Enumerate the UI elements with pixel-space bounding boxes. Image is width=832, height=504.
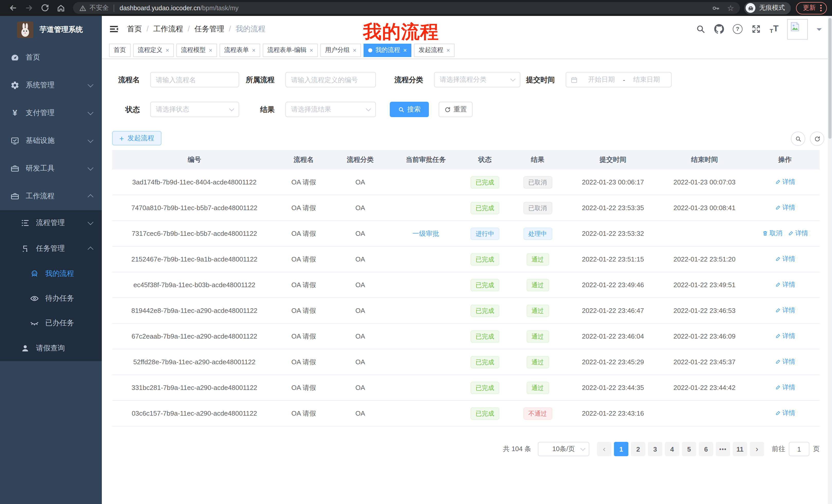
cancel-link[interactable]: 取消 xyxy=(762,229,782,238)
detail-link[interactable]: 详情 xyxy=(775,178,795,187)
tab-start-process[interactable]: 发起流程× xyxy=(414,44,454,57)
scrollbar-thumb[interactable] xyxy=(828,18,831,139)
create-process-button[interactable]: +发起流程 xyxy=(112,131,161,145)
sidebar-item-system[interactable]: 系统管理 xyxy=(0,72,102,99)
sidebar-item-workflow[interactable]: 工作流程 xyxy=(0,183,102,210)
detail-link[interactable]: 详情 xyxy=(775,409,795,418)
more-pages-icon[interactable]: ••• xyxy=(716,442,730,456)
end-date-placeholder[interactable]: 结束日期 xyxy=(626,75,667,84)
security-label[interactable]: 不安全 xyxy=(89,4,109,12)
table-row: ec45f38f-7b9a-11ec-b03b-acde48001122 OA … xyxy=(112,272,820,298)
sidebar: 芋道管理系统 首页 系统管理 ¥ 支付管理 基础设施 研发工具 工作流 xyxy=(0,16,102,504)
close-icon[interactable]: × xyxy=(353,47,356,53)
close-icon[interactable]: × xyxy=(209,47,212,53)
github-icon[interactable] xyxy=(714,24,724,34)
close-icon[interactable]: × xyxy=(252,47,256,53)
font-size-icon[interactable]: TT xyxy=(770,24,779,34)
fullscreen-icon[interactable] xyxy=(751,24,761,34)
reset-button[interactable]: 重置 xyxy=(439,102,473,117)
cell-category: OA xyxy=(331,332,390,340)
next-page-button[interactable]: › xyxy=(750,442,764,456)
date-range-picker[interactable]: 开始日期 - 结束日期 xyxy=(566,72,672,87)
sidebar-item-devtools[interactable]: 研发工具 xyxy=(0,155,102,183)
result-select[interactable]: 请选择流结果 xyxy=(285,102,376,117)
browser-menu-dots-icon[interactable] xyxy=(821,5,822,11)
sidebar-item-payment[interactable]: ¥ 支付管理 xyxy=(0,99,102,127)
tab-user-group[interactable]: 用户分组× xyxy=(320,44,361,57)
sidebar-item-task-mgmt[interactable]: 任务管理 xyxy=(0,236,102,261)
task-link[interactable]: 一级审批 xyxy=(412,229,439,237)
result-badge: 通过 xyxy=(526,356,549,368)
url-host[interactable]: dashboard.yudao.iocoder.cn xyxy=(120,4,200,11)
process-name-input[interactable] xyxy=(150,72,239,87)
sidebar-item-leave-query[interactable]: 请假查询 xyxy=(0,335,102,361)
status-select[interactable]: 请选择状态 xyxy=(150,102,239,117)
category-select[interactable]: 请选择流程分类 xyxy=(434,72,520,87)
close-icon[interactable]: × xyxy=(165,47,169,53)
page-button-1[interactable]: 1 xyxy=(614,442,628,456)
cell-submit-time: 2022-01-22 23:46:47 xyxy=(567,307,659,314)
page-button-3[interactable]: 3 xyxy=(648,442,662,456)
sidebar-item-home[interactable]: 首页 xyxy=(0,44,102,72)
page-button-6[interactable]: 6 xyxy=(699,442,713,456)
breadcrumb-task-mgmt[interactable]: 任务管理 xyxy=(194,24,224,34)
bookmark-star-icon[interactable]: ☆ xyxy=(727,4,734,12)
sidebar-item-done-tasks[interactable]: 已办任务 xyxy=(0,311,102,335)
tab-process-form-edit[interactable]: 流程表单-编辑× xyxy=(263,44,318,57)
goto-page-input[interactable] xyxy=(789,442,809,456)
process-definition-input[interactable] xyxy=(285,72,376,87)
avatar-caret-icon[interactable] xyxy=(816,28,822,33)
detail-link[interactable]: 详情 xyxy=(775,255,795,263)
search-button[interactable]: 搜索 xyxy=(390,102,429,117)
reload-icon[interactable] xyxy=(41,4,49,12)
prev-page-button[interactable]: ‹ xyxy=(597,442,612,456)
page-button-4[interactable]: 4 xyxy=(665,442,679,456)
sidebar-item-todo-tasks[interactable]: 待办任务 xyxy=(0,286,102,311)
page-button-5[interactable]: 5 xyxy=(682,442,696,456)
cell-status: 已完成 xyxy=(462,304,508,317)
start-date-placeholder[interactable]: 开始日期 xyxy=(581,75,622,84)
detail-link[interactable]: 详情 xyxy=(775,281,795,289)
password-key-icon[interactable] xyxy=(712,4,720,12)
scrollbar[interactable] xyxy=(828,16,832,504)
breadcrumb-workflow[interactable]: 工作流程 xyxy=(153,24,183,34)
tab-my-process[interactable]: 我的流程× xyxy=(364,44,411,57)
app-logo[interactable]: 芋道管理系统 xyxy=(0,16,102,44)
avatar[interactable] xyxy=(787,19,808,39)
breadcrumb-home[interactable]: 首页 xyxy=(127,24,142,34)
back-icon[interactable] xyxy=(9,4,18,12)
detail-link[interactable]: 详情 xyxy=(775,203,795,212)
forward-icon[interactable] xyxy=(25,4,33,12)
top-navbar: 首页 / 工作流程 / 任务管理 / 我的流程 ? TT xyxy=(102,16,828,42)
sidebar-item-my-process[interactable]: 我的流程 xyxy=(0,261,102,286)
address-bar[interactable]: 不安全 dashboard.yudao.iocoder.cn /bpm/task… xyxy=(73,2,740,14)
toolbar-search-icon[interactable] xyxy=(791,132,805,146)
close-icon[interactable]: × xyxy=(310,47,313,53)
detail-link[interactable]: 详情 xyxy=(775,383,795,392)
page-size-select[interactable]: 10条/页 xyxy=(538,442,589,456)
detail-link[interactable]: 详情 xyxy=(775,306,795,315)
sidebar-item-infra[interactable]: 基础设施 xyxy=(0,127,102,155)
tab-process-definition[interactable]: 流程定义× xyxy=(133,44,174,57)
tab-process-form[interactable]: 流程表单× xyxy=(219,44,260,57)
detail-link[interactable]: 详情 xyxy=(775,358,795,366)
sidebar-item-process-mgmt[interactable]: 流程管理 xyxy=(0,210,102,236)
cell-category: OA xyxy=(331,255,390,263)
detail-link[interactable]: 详情 xyxy=(787,229,808,238)
toolbar-refresh-icon[interactable] xyxy=(810,132,824,146)
close-icon[interactable]: × xyxy=(403,47,407,53)
close-icon[interactable]: × xyxy=(446,47,450,53)
tab-process-model[interactable]: 流程模型× xyxy=(176,44,217,57)
home-icon[interactable] xyxy=(57,4,65,12)
help-icon[interactable]: ? xyxy=(733,24,743,34)
search-icon[interactable] xyxy=(696,24,705,34)
sidebar-collapse-icon[interactable] xyxy=(109,24,119,34)
page-button-2[interactable]: 2 xyxy=(631,442,645,456)
url-path[interactable]: /bpm/task/my xyxy=(200,4,239,11)
detail-link[interactable]: 详情 xyxy=(775,332,795,341)
detail-label: 详情 xyxy=(782,178,795,187)
update-button[interactable]: 更新 xyxy=(796,2,827,14)
cell-actions: 详情 xyxy=(750,178,820,187)
page-button-11[interactable]: 11 xyxy=(733,442,747,456)
tab-home[interactable]: 首页 xyxy=(109,44,131,57)
